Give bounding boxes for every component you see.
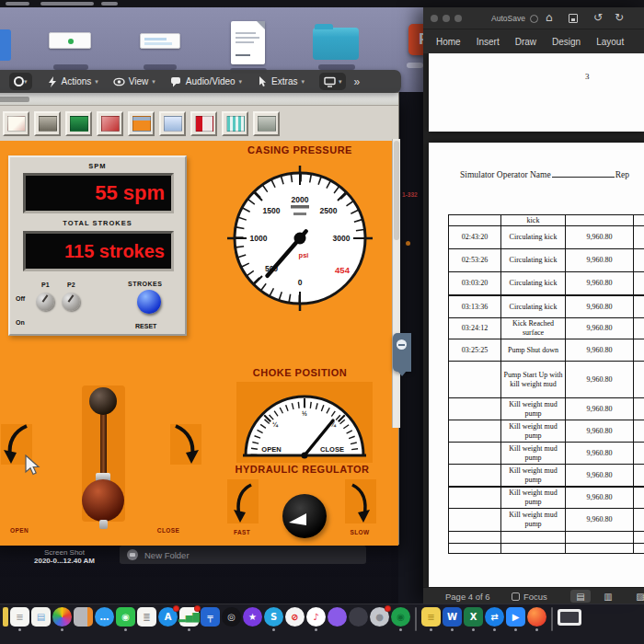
- dock-music[interactable]: ♪: [306, 607, 326, 631]
- desktop-file-screenshot[interactable]: Screen Shot 2020-0...12.40 AM: [17, 548, 112, 565]
- dock-messages[interactable]: …: [95, 607, 114, 627]
- dock-divider-2[interactable]: [548, 607, 556, 631]
- maximize-button[interactable]: [454, 15, 462, 22]
- tb-panel-dark-red[interactable]: [190, 111, 217, 136]
- dock-appstore[interactable]: A: [158, 607, 178, 627]
- dock-green-app[interactable]: ◉: [391, 607, 410, 631]
- dock-turntable[interactable]: ◎: [222, 607, 241, 627]
- document-canvas[interactable]: 3 Simulator Operator NameRep kick: [423, 53, 644, 587]
- cell-time: [449, 443, 501, 464]
- dock-skype[interactable]: S: [264, 607, 283, 631]
- undo-icon[interactable]: ↺: [593, 11, 603, 24]
- dock-disk[interactable]: ●: [370, 607, 389, 627]
- tb-panel-orange[interactable]: [128, 111, 155, 136]
- tb-console-red[interactable]: [97, 111, 123, 136]
- page-indicator[interactable]: Page 4 of 6: [445, 592, 490, 602]
- dock-textedit[interactable]: ≡: [10, 607, 29, 631]
- dock-app-partial[interactable]: [3, 607, 8, 627]
- dock-keynote[interactable]: ╤: [201, 607, 220, 627]
- dock-blocked[interactable]: ⊘: [285, 607, 305, 627]
- focus-label: Focus: [523, 592, 547, 602]
- dock-stats[interactable]: ▂▅▇: [179, 607, 199, 631]
- menu-audio-video[interactable]: Audio/Video ▾: [170, 76, 242, 87]
- dock-siri-star[interactable]: ★: [243, 607, 262, 627]
- tb-console-green[interactable]: [65, 111, 92, 136]
- dock-dark-app[interactable]: [349, 607, 368, 627]
- desktop-file-new-folder[interactable]: New Folder: [120, 546, 366, 564]
- session-side-tab[interactable]: [393, 333, 411, 372]
- menu-actions[interactable]: Actions ▾: [47, 76, 98, 87]
- cell-description: Kill weight mud pump: [501, 465, 566, 486]
- simulator-scrollbar[interactable]: [392, 139, 400, 428]
- tb-strip-teal[interactable]: [222, 111, 248, 136]
- save-icon[interactable]: [569, 14, 578, 23]
- cell-description: [501, 544, 566, 553]
- tb-monitor[interactable]: [253, 111, 280, 136]
- toolbar-overflow-button[interactable]: »: [353, 75, 360, 88]
- tab-home[interactable]: Home: [436, 37, 461, 47]
- tb-equipment[interactable]: [34, 111, 61, 136]
- monitor-select-button[interactable]: ▾: [319, 73, 347, 90]
- cell-description: Pump Start Up with kill weight mud: [501, 362, 566, 397]
- tab-insert[interactable]: Insert: [477, 37, 500, 47]
- off-label: Off: [16, 295, 25, 302]
- p2-knob[interactable]: [62, 293, 80, 311]
- cell-depth: [566, 215, 634, 225]
- dock-glyph: ≡: [16, 607, 23, 627]
- desktop-icon-partial[interactable]: [0, 29, 11, 61]
- redo-icon[interactable]: ↻: [615, 11, 624, 24]
- dock-zoom[interactable]: ▶: [506, 607, 525, 631]
- table-row: Kill weight mud pump 9,960.80: [449, 398, 644, 420]
- focus-button[interactable]: Focus: [512, 592, 547, 602]
- dock-screenshot-thumbnail[interactable]: [558, 607, 581, 626]
- dock-icon: ╤: [201, 607, 220, 627]
- choke-lever[interactable]: [89, 387, 117, 415]
- dock-excel[interactable]: X: [464, 607, 483, 631]
- dock-icon: ♪: [306, 607, 326, 627]
- menu-extras[interactable]: Extras ▾: [257, 76, 305, 87]
- menu-view[interactable]: View ▾: [113, 76, 155, 87]
- tab-design[interactable]: Design: [552, 37, 581, 47]
- view-mode-partial[interactable]: ▨: [630, 590, 644, 603]
- tb-panel-blue[interactable]: [159, 111, 186, 136]
- dock-photos[interactable]: [52, 607, 72, 631]
- desktop-icon-document[interactable]: [231, 21, 265, 64]
- dock-glyph: ★: [248, 607, 257, 627]
- tab-layout[interactable]: Layout: [596, 37, 624, 47]
- simulator-titlebar[interactable]: [0, 93, 398, 106]
- close-button[interactable]: [431, 15, 438, 22]
- view-mode-print[interactable]: ▤: [570, 590, 591, 603]
- session-menu-button[interactable]: ▾: [9, 73, 32, 90]
- lever-base[interactable]: [82, 479, 124, 522]
- dock-notes-doc[interactable]: ≣: [137, 607, 156, 627]
- dock-window-app[interactable]: [74, 607, 93, 627]
- dock-stickies[interactable]: ≡: [421, 607, 441, 631]
- dock-word[interactable]: W: [443, 607, 462, 631]
- desktop-icon-folder[interactable]: [313, 28, 359, 60]
- dock-podcasts[interactable]: [328, 607, 347, 627]
- scrollbar-thumb[interactable]: [394, 141, 399, 240]
- chevron-down-icon: ▾: [301, 78, 305, 86]
- strokes-reset-button[interactable]: [137, 290, 161, 314]
- cell-extra: [634, 215, 644, 225]
- tab-draw[interactable]: Draw: [515, 37, 536, 47]
- desktop-icon-screenshot-1[interactable]: [49, 32, 91, 49]
- autosave-toggle[interactable]: [530, 15, 538, 23]
- view-mode-web[interactable]: ▥: [598, 590, 618, 603]
- reset-label: RESET: [135, 323, 156, 329]
- p1-knob[interactable]: [36, 293, 54, 311]
- tb-schematic[interactable]: [3, 111, 29, 136]
- dock-firefox[interactable]: [527, 607, 546, 631]
- desktop-icon-screenshot-2[interactable]: [140, 33, 180, 49]
- dock-divider-1[interactable]: [412, 607, 420, 631]
- dock-facetime[interactable]: ◉: [116, 607, 135, 631]
- regulator-knob[interactable]: [282, 494, 327, 538]
- casing-pressure-title: CASING PRESSURE: [222, 144, 378, 155]
- dock-preview[interactable]: ▤: [31, 607, 51, 627]
- dock-teamviewer[interactable]: ⇄: [485, 607, 504, 631]
- simulator-toolbar: [0, 106, 398, 141]
- minimize-button[interactable]: [443, 15, 450, 22]
- home-icon[interactable]: ⌂: [546, 11, 553, 24]
- dock-icon: …: [95, 607, 114, 627]
- cell-description: Circulating kick: [501, 296, 566, 317]
